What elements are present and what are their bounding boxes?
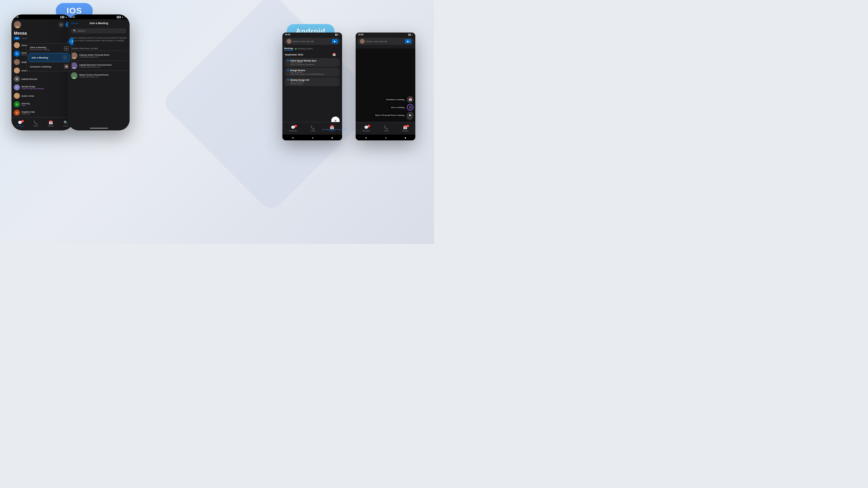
signal-icon-4: ▐▐ (408, 34, 410, 36)
join-title: Join a Meeting (89, 22, 108, 25)
nav-messaging[interactable]: 💬 3 Messaging (16, 121, 24, 127)
list-item[interactable]: IB Isabelle Brennan (11, 75, 73, 83)
schedule-icon-btn[interactable]: 📅 (407, 96, 413, 103)
meetings-icon-3: 📅 (330, 125, 334, 130)
back-btn-4[interactable]: ◄ (365, 136, 367, 139)
home-btn-3[interactable]: ● (312, 136, 313, 139)
search-icon-join: 🔍 (73, 30, 76, 32)
tab-meetings[interactable]: Meetings (284, 47, 293, 51)
contact-info-sourcing: Sourcing Sales (22, 102, 30, 106)
list-item[interactable]: S Sourcing Sales (11, 100, 73, 108)
video-btn-4[interactable]: ▶ (405, 39, 411, 43)
meeting-dot-2 (287, 69, 289, 71)
phone4-time: 18:00 (358, 33, 364, 36)
recents-btn-4[interactable]: ■ (405, 136, 406, 139)
calling-icon: 📞 (33, 121, 38, 125)
android-nav-messaging-label-3: Messaging (289, 130, 297, 132)
android-nav-messaging-4[interactable]: 💬 8 Messaging (363, 125, 370, 132)
join-search-bar[interactable]: 🔍 Search (71, 28, 127, 33)
contact-avatar-d: D (14, 51, 20, 57)
start-meeting-item[interactable]: Start a Meeting Personal Room meeting ▶ (27, 44, 71, 53)
messaging-icon-container: 💬 8 (291, 125, 296, 130)
search-placeholder-4: Search, meet, and call (366, 40, 387, 42)
room-info-clarissa: Clarissa Smith's Personal Room clasmith@… (79, 54, 110, 58)
join-description: To join a meeting, search for a name to … (68, 35, 130, 46)
tab-all[interactable]: All (14, 37, 20, 40)
list-item[interactable]: I Identity Design Graphic Design and Mar… (11, 83, 73, 92)
join-meeting-item[interactable]: Join a Meeting ⬛ (28, 53, 70, 62)
video-btn-3[interactable]: ▶ (332, 39, 338, 43)
calendar-icon[interactable]: 📅 (333, 53, 336, 56)
android-search-bar-3[interactable]: Search, meet, and call ▶ (284, 38, 340, 45)
android-nav-calling-4[interactable]: 📞 Calling (384, 125, 388, 132)
meeting-dot-3 (287, 79, 289, 81)
phone3-content: Search, meet, and call ▶ Meetings Meetin… (282, 38, 342, 140)
meeting-dot-1 (287, 60, 289, 61)
battery-icon-4: ▭ (411, 33, 413, 36)
android-search-bar-4[interactable]: Search, meet, and call ▶ (358, 38, 413, 45)
phone3-android-meetings: 18:00 ▐▐ ▭ Search, meet, and call ▶ Meet… (282, 33, 342, 140)
list-item[interactable]: Design Review 8:45 - 9:30 AM https://cis… (285, 68, 340, 76)
bottom-navigation: 💬 3 Messaging 📞 Calling 📅 Meetings 🔍 Sea… (11, 117, 73, 130)
list-item[interactable]: Clarissa Smith's Personal Room clasmith@… (68, 51, 130, 61)
messaging-icon-container-4: 💬 8 (364, 125, 369, 130)
nav-messaging-label: Messaging (16, 125, 24, 127)
phone4-content: Search, meet, and call ▶ Schedule a meet… (355, 38, 415, 140)
meeting-details-3: Weekly Design Crit 10:00 - 10:30 AM @web… (290, 79, 309, 85)
start-icon-btn[interactable]: ▶ (407, 112, 413, 119)
overlay-join-item[interactable]: Join a meeting ⬛ (374, 104, 413, 110)
phone2-ios-join: 9:41 ▐▐▐ ▲ ▭ Cancel Join a Meeting 🔍 Sea… (68, 14, 130, 130)
recent-rooms-label: RECENT PERSONAL ROOMS (68, 46, 130, 51)
contact-avatar-s: S (14, 101, 20, 107)
android-nav-meetings-label-3: Meetings (329, 130, 335, 132)
cancel-button[interactable]: Cancel (71, 22, 79, 25)
nav-calling[interactable]: 📞 Calling (33, 121, 38, 127)
list-item[interactable]: Weekly Design Crit 10:00 - 10:30 AM @web… (285, 77, 340, 86)
list-item[interactable]: G Graphics Help Helpful Tips (11, 108, 73, 117)
overlay-schedule-item[interactable]: Schedule a meeting 📅 (374, 96, 413, 103)
contact-info-graphics: Graphics Help Helpful Tips (22, 111, 35, 115)
schedule-meeting-item[interactable]: Schedule a Meeting 📅 (27, 63, 71, 70)
recents-btn-3[interactable]: ■ (332, 136, 333, 139)
join-label: Join a meeting (390, 106, 406, 109)
month-header: September 2021 📅 ⋮ (282, 52, 342, 57)
messaging-badge-3: 8 (294, 125, 297, 127)
list-item[interactable]: Marise Torres's Personal Room mariseto@e… (68, 71, 130, 80)
list-item[interactable]: Isabelle Brennan's Personal Room isabell… (68, 61, 130, 70)
video-icon-4: ▶ (405, 39, 411, 43)
android-nav-meetings-3[interactable]: 📅 Meetings (329, 125, 335, 132)
home-indicator (90, 128, 108, 129)
tabs-row: All Direct (11, 37, 73, 41)
overlay-start-item[interactable]: Start a Personal Room meeting ▶ (374, 112, 413, 119)
android-system-nav-4: ◄ ● ■ (355, 135, 415, 140)
compose-icon[interactable]: ≡ (59, 22, 64, 27)
list-item[interactable]: Client Squad Weekly Sync 7:30 - 8:15 AM … (285, 58, 340, 67)
nav-meetings[interactable]: 📅 Meetings (48, 121, 54, 127)
user-avatar[interactable] (14, 21, 21, 28)
android-bottom-nav-3: 💬 8 Messaging 📞 Calling 📅 Meetings (282, 122, 342, 135)
contact-avatar-umar (14, 67, 20, 73)
android-nav-messaging-label-4: Messaging (363, 130, 370, 132)
android-system-nav-3: ◄ ● ■ (282, 135, 342, 140)
start-label: Start a Personal Room meeting (374, 113, 406, 117)
tab-meeting-content-label: Meeting content (298, 47, 313, 50)
join-icon-btn[interactable]: ⬛ (407, 104, 413, 110)
android-nav-calling-3[interactable]: 📞 Calling (310, 125, 315, 132)
back-btn-3[interactable]: ◄ (291, 136, 294, 139)
phone1-status-bar: 9:41 ▐▐▐ ▲ ▭ (11, 14, 73, 19)
join-header: Cancel Join a Meeting (68, 19, 130, 27)
messaging-badge-container: 💬 3 (18, 121, 22, 125)
signal-icon-3: ▐▐ (335, 34, 337, 36)
wifi-icon: ▲ (65, 16, 67, 18)
more-icon[interactable]: ⋮ (337, 53, 340, 56)
video-icon-3: ▶ (332, 39, 338, 43)
contact-info-identity: Identity Design Graphic Design and Marke… (22, 86, 44, 90)
schedule-label: Schedule a meeting (384, 98, 406, 101)
list-item[interactable]: Austen Jones (11, 92, 73, 100)
home-btn-4[interactable]: ● (385, 136, 387, 139)
android-nav-meetings-4[interactable]: 📅 3 Meetings (402, 125, 408, 132)
android-nav-messaging-3[interactable]: 💬 8 Messaging (289, 125, 297, 132)
tab-direct[interactable]: Direct (21, 37, 28, 40)
wifi-icon-2: ▲ (121, 16, 124, 18)
tab-meeting-content[interactable]: Meeting content (295, 47, 313, 51)
